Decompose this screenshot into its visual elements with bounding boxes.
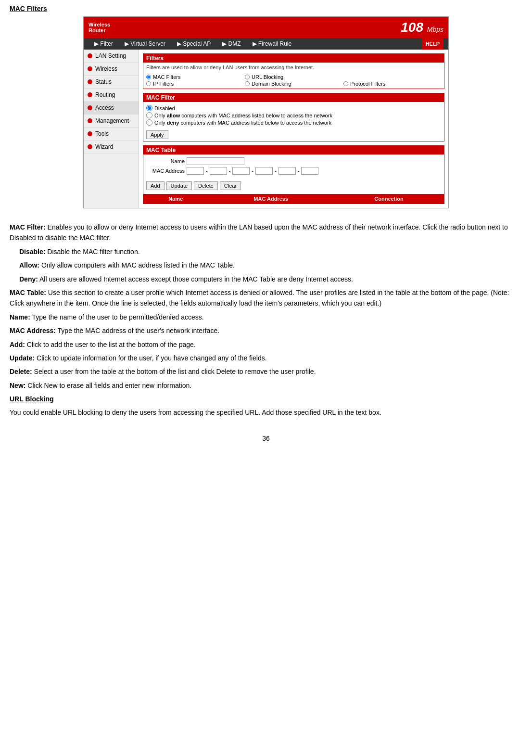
- filters-options: MAC Filters URL Blocking IP Filters: [143, 72, 444, 89]
- sidebar-dot: [88, 53, 92, 58]
- filter-ip-radio[interactable]: [146, 81, 151, 86]
- page-number: 36: [10, 435, 522, 442]
- filters-box: Filters Filters are used to allow or den…: [143, 53, 444, 89]
- text-body: MAC Filter: Enables you to allow or deny…: [10, 218, 522, 425]
- col-connection: Connection: [334, 194, 444, 204]
- sidebar-item-access[interactable]: Access: [84, 102, 139, 115]
- apply-button[interactable]: Apply: [146, 130, 168, 139]
- mac-input-6[interactable]: [301, 167, 318, 175]
- mac-input-2[interactable]: [210, 167, 227, 175]
- sidebar-label: LAN Setting: [95, 52, 126, 59]
- filter-domain-radio[interactable]: [245, 81, 250, 86]
- sidebar-label: Management: [95, 117, 129, 124]
- mac-disabled-radio[interactable]: [146, 105, 152, 111]
- delete-button[interactable]: Delete: [194, 181, 218, 190]
- disable-desc: Disable the MAC filter function.: [45, 248, 139, 256]
- nav-dmz[interactable]: ▶ DMZ: [216, 38, 246, 50]
- url-blocking-title: URL Blocking: [10, 395, 54, 403]
- mac-deny-radio[interactable]: [146, 119, 152, 126]
- filter-mac[interactable]: MAC Filters: [146, 74, 244, 80]
- name-para: Name: Type the name of the user to be pe…: [10, 312, 522, 322]
- sidebar-dot: [88, 144, 92, 149]
- update-button[interactable]: Update: [166, 181, 192, 190]
- mac-allow-radio[interactable]: [146, 112, 152, 118]
- mac-filter-title: MAC Filter: [143, 93, 444, 102]
- mac-filter-box: MAC Filter Disabled Only allow computers…: [143, 93, 444, 141]
- filter-mac-radio[interactable]: [146, 75, 151, 79]
- page-container: MAC Filters Wireless Router 108 Mbps ▶ F…: [0, 0, 532, 447]
- mac-filter-heading: MAC Filter:: [10, 223, 46, 231]
- sidebar-item-lan-setting[interactable]: LAN Setting: [84, 50, 139, 63]
- sidebar-label: Wireless: [95, 65, 117, 72]
- sidebar-item-status[interactable]: Status: [84, 76, 139, 89]
- filter-ip[interactable]: IP Filters: [146, 81, 244, 87]
- allow-desc: Only allow computers with MAC address li…: [39, 261, 235, 269]
- url-blocking-title-para: URL Blocking: [10, 394, 522, 404]
- filter-domain-label: Domain Blocking: [252, 81, 291, 87]
- sidebar-item-management[interactable]: Management: [84, 115, 139, 128]
- speed-unit: Mbps: [427, 26, 443, 33]
- add-button[interactable]: Add: [146, 181, 165, 190]
- nav-firewall-rule[interactable]: ▶ Firewall Rule: [247, 38, 298, 50]
- sidebar-dot: [88, 92, 92, 97]
- sidebar-label: Status: [95, 78, 112, 85]
- clear-button[interactable]: Clear: [220, 181, 241, 190]
- mac-table-form: Name MAC Address - - - -: [143, 154, 444, 179]
- mac-input-1[interactable]: [187, 167, 204, 175]
- mac-input-5[interactable]: [279, 167, 296, 175]
- mac-table-box: MAC Table Name MAC Address - -: [143, 145, 444, 204]
- speed-number: 108: [401, 20, 423, 35]
- mac-option-deny[interactable]: Only deny computers with MAC address lis…: [146, 119, 441, 126]
- filter-domain[interactable]: Domain Blocking: [245, 81, 342, 87]
- add-desc: Click to add the user to the list at the…: [25, 341, 196, 348]
- sidebar-dot: [88, 118, 92, 123]
- mac-input-3[interactable]: [232, 167, 250, 175]
- mac-filter-desc: Enables you to allow or deny Internet ac…: [10, 223, 508, 242]
- mac-allow-label: Only allow computers with MAC address li…: [154, 113, 332, 118]
- mac-option-disabled[interactable]: Disabled: [146, 105, 441, 111]
- deny-para: Deny: All users are allowed Internet acc…: [10, 274, 522, 284]
- mac-input-4[interactable]: [255, 167, 273, 175]
- update-para: Update: Click to update information for …: [10, 353, 522, 363]
- mac-row: MAC Address - - - - -: [146, 167, 441, 175]
- filter-mac-label: MAC Filters: [153, 74, 180, 80]
- sidebar-dot-active: [88, 105, 92, 110]
- filter-protocol-label: Protocol Filters: [350, 81, 385, 87]
- mac-disabled-label: Disabled: [154, 105, 175, 111]
- mac-option-allow[interactable]: Only allow computers with MAC address li…: [146, 112, 441, 118]
- sidebar-label: Wizard: [95, 143, 113, 150]
- router-logo: Wireless Router: [89, 22, 110, 33]
- logo-line1: Wireless: [89, 22, 110, 27]
- nav-filter[interactable]: ▶ Filter: [89, 38, 119, 50]
- add-para: Add: Click to add the user to the list a…: [10, 339, 522, 350]
- filter-url-label: URL Blocking: [252, 74, 283, 80]
- nav-virtual-server[interactable]: ▶ Virtual Server: [119, 38, 171, 50]
- name-input[interactable]: [187, 157, 244, 165]
- sidebar-item-routing[interactable]: Routing: [84, 89, 139, 102]
- router-nav: ▶ Filter ▶ Virtual Server ▶ Special AP ▶…: [84, 38, 448, 50]
- delete-desc: Select a user from the table at the bott…: [32, 368, 316, 375]
- new-heading: New:: [10, 382, 25, 389]
- logo-line2: Router: [89, 27, 110, 33]
- mac-table-title: MAC Table: [143, 146, 444, 154]
- mac-address-desc: Type the MAC address of the user's netwo…: [56, 327, 219, 334]
- mac-filter-options: Disabled Only allow computers with MAC a…: [143, 102, 444, 128]
- update-heading: Update:: [10, 354, 35, 362]
- filter-protocol[interactable]: Protocol Filters: [343, 81, 441, 87]
- filter-protocol-radio[interactable]: [343, 81, 348, 86]
- sidebar-item-wizard[interactable]: Wizard: [84, 141, 139, 154]
- sidebar-label: Access: [95, 104, 114, 111]
- sidebar-item-wireless[interactable]: Wireless: [84, 63, 139, 76]
- filter-url[interactable]: URL Blocking: [245, 74, 342, 80]
- url-blocking-desc: You could enable URL blocking to deny th…: [10, 409, 381, 416]
- router-speed: 108 Mbps: [401, 20, 443, 35]
- help-button[interactable]: HELP: [422, 38, 443, 50]
- sidebar-label: Routing: [95, 91, 115, 98]
- nav-special-ap[interactable]: ▶ Special AP: [171, 38, 216, 50]
- sidebar-item-tools[interactable]: Tools: [84, 128, 139, 141]
- name-row: Name: [146, 157, 441, 165]
- deny-desc: All users are allowed Internet access ex…: [38, 275, 353, 283]
- name-heading: Name:: [10, 313, 30, 321]
- delete-para: Delete: Select a user from the table at …: [10, 366, 522, 377]
- filter-url-radio[interactable]: [245, 75, 250, 79]
